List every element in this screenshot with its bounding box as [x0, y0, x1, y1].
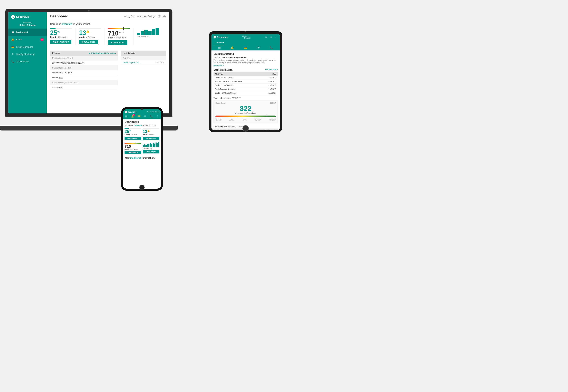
- alert-type-1: Credit: Inquiry T-Mobile: [215, 77, 233, 79]
- what-is-text: What is a credit monitoring service?: [213, 56, 278, 58]
- tablet-description: You have been provided with access to cr…: [213, 59, 278, 64]
- account-settings-action[interactable]: ⚙ Account Settings: [137, 15, 155, 18]
- tablet-screen: 1 SecureMe Welcome,Robert ⧉ ⚙ ⋯ Overview…: [211, 34, 280, 130]
- alert-row-5: Credit: FICO Score Change 11/9/2017: [213, 91, 278, 95]
- sidebar-item-alerts[interactable]: 🔔 Alerts 13: [8, 36, 47, 43]
- phone-nav-more[interactable]: ⋮: [156, 115, 159, 118]
- table-row: ***-***-6507 (Primary): [50, 70, 118, 75]
- phone-credit-needle: [136, 142, 136, 144]
- range-good: Good670-739: [242, 118, 247, 121]
- edit-label: Edit Monitored Information: [91, 52, 116, 54]
- laptop-sidebar: 1 SecureMe Welcome, Robert Johnson ▦ Das…: [8, 12, 47, 113]
- phone-bar-6: [150, 143, 151, 147]
- tablet-welcome: Welcome,Robert: [242, 35, 250, 39]
- page-title: Dashboard: [50, 14, 68, 18]
- tablet-nav-dashboard-icon[interactable]: ▦: [218, 46, 221, 49]
- phone-nav-alerts[interactable]: 🔔 13: [131, 115, 134, 118]
- sidebar-username: Robert Johnson: [8, 24, 47, 28]
- tablet-dots-icon[interactable]: ⋯: [274, 35, 278, 39]
- help-icon: ?: [158, 15, 161, 18]
- tablet-nav-credit-icon[interactable]: 💳: [244, 46, 247, 49]
- phone-lower-stats: 710 Good Credit Score VIEW REPORTS: [124, 142, 159, 155]
- sidebar-item-dashboard[interactable]: ▦ Dashboard: [8, 28, 47, 36]
- logo-icon: 1: [11, 15, 15, 19]
- score-range-labels: Very Poor300-579 Fair580-669 Good670-739…: [215, 118, 276, 121]
- alert-type-4: Public Persona: New Alias: [215, 88, 235, 90]
- phone-logo-icon: 1: [124, 111, 127, 113]
- overview-bold: overview: [62, 23, 73, 25]
- identity-stat: 25% Identity Complete FINISH PROFILE: [50, 28, 75, 45]
- edit-monitored-button[interactable]: ✏ Edit Monitored Information: [89, 52, 116, 55]
- alerts-table: Last 5 alerts. Alert Type Credit: Inquir…: [121, 51, 166, 90]
- tablet-icon-nav: ▦ 🔔 💳 👁 📞: [211, 45, 280, 50]
- phone-nav-consultation[interactable]: 📞: [150, 115, 153, 118]
- view-alerts-button[interactable]: VIEW ALERTS: [79, 40, 98, 44]
- range-very-good: Very Good740-799: [254, 118, 261, 121]
- phone-nav-credit[interactable]: 💳: [137, 115, 140, 118]
- overview-text: Here is an overview of your account.: [50, 23, 166, 25]
- phone-view-reports-button[interactable]: VIEW REPORTS: [124, 151, 141, 154]
- phone-nav-identity[interactable]: 👁: [144, 115, 146, 118]
- header-actions: ↩ Log Out ⚙ Account Settings ? Help: [124, 15, 166, 18]
- sidebar-item-label-identity: Identity Monitoring: [16, 53, 34, 56]
- credit-needle: [123, 27, 124, 30]
- sidebar-item-label-consultation: Consultation: [16, 60, 29, 63]
- alerts-badge: 13: [40, 39, 44, 41]
- tablet-title: Credit Monitoring: [213, 53, 278, 55]
- read-more-link[interactable]: Read More >: [213, 65, 278, 67]
- phone-nav-dashboard[interactable]: ▦: [125, 115, 128, 118]
- logout-action[interactable]: ↩ Log Out: [124, 15, 134, 18]
- help-action[interactable]: ? Help: [158, 15, 166, 18]
- monitored-header: Primary ✏ Edit Monitored Information: [50, 51, 118, 56]
- tablet-nav-overview[interactable]: Overview ▾: [213, 40, 225, 45]
- phone-history-label: Credit History: [143, 148, 159, 150]
- view-report-button[interactable]: VIEW REPORT: [108, 40, 128, 45]
- finish-profile-button[interactable]: FINISH PROFILE: [50, 40, 71, 44]
- tablet-nav-alerts-icon[interactable]: 🔔: [230, 46, 234, 49]
- tablet-logo-text: SecureMe: [217, 36, 228, 39]
- phone-device: 1 SecureMe Welcome, Robert ▦ 🔔 13 💳 👁 📞 …: [121, 107, 163, 191]
- table-row: Social Security Number / 1 of 1: [50, 80, 118, 85]
- alerts-icon: 🔔: [11, 38, 14, 41]
- range-exceptional: Exceptional800-850: [269, 118, 276, 121]
- phone-overview-text: Here is an overview of your account.: [124, 124, 159, 126]
- credit-score-box: Credit Score 11/8/17 822 Your score is E…: [213, 100, 278, 123]
- laptop-content: Here is an overview of your account. 25%…: [47, 20, 169, 113]
- tablet-nav-identity-icon[interactable]: 👁: [257, 46, 260, 49]
- phone-identity-bar-fill: [124, 128, 129, 129]
- alert-date-3: 11/9/2017: [269, 84, 276, 86]
- phone-view-alerts-button[interactable]: VIEW ALERTS: [143, 137, 159, 140]
- credit-score-bar: [108, 28, 130, 29]
- phone-bar-12: [158, 142, 159, 147]
- help-label: Help: [162, 15, 166, 18]
- phone-finish-profile-button[interactable]: FINISH PROFILE: [124, 137, 141, 140]
- alert-row-2: Web Watcher: Compromised Email 11/9/2017: [213, 80, 278, 84]
- monitored-table: Primary ✏ Edit Monitored Information Ema…: [50, 51, 118, 90]
- settings-icon: ⚙: [137, 15, 139, 18]
- phone-alerts-bar: [143, 128, 159, 129]
- phone-history-bars: [143, 142, 159, 147]
- phone-identity-number: 25%: [124, 129, 141, 134]
- alerts-label: Alerts to Review: [79, 36, 101, 39]
- sidebar-item-consultation[interactable]: 📞 Consultation: [8, 58, 47, 65]
- bar-2: [141, 31, 144, 35]
- monthly-tracker-label: Monthly Score Tracker: [215, 129, 232, 130]
- phone-home-button[interactable]: [139, 185, 145, 190]
- phone-view-history-button[interactable]: VIEW HISTORY: [143, 150, 159, 154]
- tablet-copy-icon: ⧉: [264, 35, 268, 39]
- sidebar-logo: 1 SecureMe: [8, 12, 47, 21]
- sidebar-item-identity[interactable]: 👁 Identity Monitoring: [8, 50, 47, 58]
- tablet-nav-consultation-icon[interactable]: 📞: [270, 46, 273, 49]
- sidebar-item-credit[interactable]: 💳 Credit Monitoring: [8, 43, 47, 50]
- alert-row-1: Credit: Inquiry T-Mobile 11/9/2017: [213, 76, 278, 80]
- tablet-settings-icon[interactable]: ⚙: [269, 35, 273, 39]
- tablet-camera: [245, 31, 246, 32]
- table-row: ***-**-0374: [50, 85, 118, 90]
- identity-number: 25%: [50, 30, 72, 36]
- tablet-home-button[interactable]: [242, 125, 249, 132]
- score-description: Your score is Exceptional: [215, 112, 276, 114]
- tablet-content: Credit Monitoring What is a credit monit…: [211, 50, 280, 130]
- phone-welcome: Welcome, Robert: [147, 111, 159, 113]
- see-all-alerts-link[interactable]: See All Alerts >: [265, 69, 278, 71]
- stats-row: 25% Identity Complete FINISH PROFILE 13🔔…: [50, 28, 166, 48]
